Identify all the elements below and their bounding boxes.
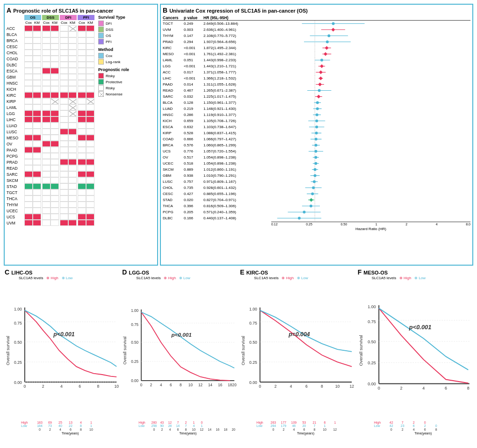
forest-cancer-name: CESC <box>163 192 184 196</box>
panel-c-t2: 2 <box>45 428 55 431</box>
heatmap-cell <box>33 25 41 31</box>
panel-c-letter: C <box>5 268 9 276</box>
heatmap-cell <box>33 110 41 116</box>
heatmap-cell <box>42 104 51 110</box>
heatmap-cell <box>42 80 51 86</box>
heatmap-cell <box>68 104 77 110</box>
panel-b-letter: B <box>163 7 167 14</box>
svg-text:4: 4 <box>160 383 162 387</box>
panel-d-low-label: ⊕ Low <box>179 276 190 280</box>
svg-point-109 <box>303 211 306 214</box>
panel-d-l10: 4 <box>190 424 197 427</box>
panel-e-t8: 8 <box>310 428 319 431</box>
svg-text:p<0.001: p<0.001 <box>171 332 192 338</box>
panel-d-time-spacer <box>138 428 150 431</box>
heatmap-cell <box>33 74 41 80</box>
heatmap-cell <box>24 147 33 153</box>
heatmap-cell <box>60 37 68 43</box>
heatmap-cancer-label: SARC <box>7 172 24 177</box>
col-km-dfi: KM <box>68 21 77 25</box>
panel-d-h0: 260 <box>150 421 158 424</box>
heatmap-cell <box>78 183 86 189</box>
heatmap-cell <box>78 74 86 80</box>
heatmap-cell <box>78 195 86 202</box>
heatmap-row: UCEC <box>7 208 94 214</box>
panel-c-risk-table: High 183 69 25 13 4 1 Low 184 73 40 22 8… <box>21 421 119 435</box>
legend-cox-label: Cox <box>106 54 112 58</box>
panel-f-xlabel: Time(years) <box>374 432 472 435</box>
heatmap-cell <box>42 129 51 135</box>
svg-text:0.50: 0.50 <box>368 340 376 344</box>
heatmap-cell <box>24 135 33 141</box>
forest-pval: 0.528 <box>184 131 203 135</box>
heatmap-cell <box>68 37 77 43</box>
heatmap-cell <box>33 31 41 37</box>
heatmap-cell <box>33 68 41 74</box>
svg-marker-19 <box>331 28 335 32</box>
forest-cancer-name: UCEC <box>163 161 184 166</box>
panel-c: C LIHC-OS SLC1A5 levels ⊕ High ⊕ Low 0.0… <box>4 267 120 436</box>
svg-marker-37 <box>320 65 324 68</box>
heatmap-cell <box>86 220 94 226</box>
panel-e-t2: 2 <box>279 428 288 431</box>
panel-c-l4: 40 <box>56 424 65 427</box>
panel-c-l2: 73 <box>45 424 55 427</box>
forest-axis-line: 0.12 0.25 0.50 1 2 4 8.0 <box>271 222 470 226</box>
panel-c-h0: 183 <box>35 421 44 424</box>
svg-point-106 <box>310 205 312 208</box>
panel-d-t6: 6 <box>174 428 181 431</box>
svg-text:p<0.001: p<0.001 <box>408 324 431 331</box>
forest-axis-area: 0.12 0.25 0.50 1 2 4 8.0 Hazard Ratio (H… <box>271 222 470 231</box>
forest-x-label: Hazard Ratio (HR) <box>271 227 470 231</box>
panel-c-t6: 6 <box>66 428 75 431</box>
panel-e-l2: 179 <box>279 424 288 427</box>
heatmap-cell <box>68 183 77 189</box>
heatmap-cell <box>24 68 33 74</box>
forest-row: GBM0.9381.010(0.790–1.291) <box>163 173 470 179</box>
heatmap-cell <box>33 98 41 104</box>
svg-marker-46 <box>318 83 322 87</box>
heatmap-cell <box>78 110 86 116</box>
heatmap-cell <box>78 62 86 68</box>
heatmap-cancer-label: HNSC <box>7 81 24 86</box>
heatmap-cell <box>78 147 86 153</box>
panel-d-subtitle: SLC1A5 levels ⊕ High ⊕ Low <box>136 276 237 280</box>
legend-nonsense: Nonsense <box>98 91 129 97</box>
heatmap-cell <box>60 165 68 171</box>
heatmap-cell <box>24 50 33 56</box>
heatmap-cell <box>60 74 68 80</box>
heatmap-cell <box>78 189 86 195</box>
heatmap-cell <box>78 141 86 147</box>
panel-f-high-label: ⊕ High <box>399 276 412 280</box>
svg-text:Overall survival: Overall survival <box>123 336 128 364</box>
legend-dfi: DFI <box>98 21 129 26</box>
heatmap-cell <box>60 98 68 104</box>
svg-point-16 <box>332 22 335 25</box>
heatmap-cell <box>33 123 41 129</box>
heatmap-row: PRAD <box>7 159 94 165</box>
forest-plot-cell <box>271 173 470 179</box>
heatmap-cell <box>68 110 77 116</box>
svg-text:8: 8 <box>180 383 182 387</box>
heatmap-cell <box>68 43 77 50</box>
heatmap-cell <box>68 177 77 183</box>
forest-plot-cell <box>271 112 470 118</box>
panel-e-low-label-rt: Low <box>256 424 267 427</box>
svg-text:Overall survival: Overall survival <box>358 335 363 366</box>
heatmap-row: KICH <box>7 86 94 92</box>
heatmap-cell <box>86 123 94 129</box>
axis-label-012: 0.12 <box>271 223 278 226</box>
svg-text:16: 16 <box>218 383 223 387</box>
heatmap-cell <box>78 50 86 56</box>
heatmap-cell <box>68 195 77 202</box>
heatmap-cell <box>68 141 77 147</box>
panel-d-t0: 0 <box>150 428 158 431</box>
heatmap-cell <box>51 37 59 43</box>
group-dss: DSS <box>42 15 59 20</box>
legend-method: Method Cox Log-rank <box>98 47 129 65</box>
forest-hr-text: 1.054(0.898–1.238) <box>203 155 271 159</box>
forest-cancer-name: LUSC <box>163 180 184 184</box>
heatmap-row: LUSC <box>7 129 94 135</box>
forest-plot-cell <box>271 33 470 39</box>
svg-text:6: 6 <box>170 383 172 387</box>
